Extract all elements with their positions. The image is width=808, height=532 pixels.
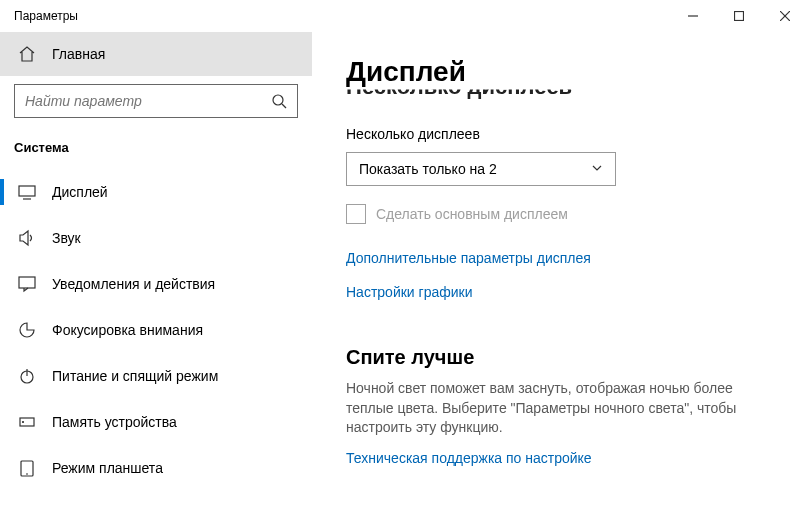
section-label: Система — [0, 118, 312, 169]
minimize-button[interactable] — [670, 0, 716, 32]
search-icon — [271, 93, 287, 113]
home-button[interactable]: Главная — [0, 32, 312, 76]
tablet-icon — [18, 459, 36, 477]
svg-point-12 — [23, 422, 24, 423]
primary-display-checkbox: Сделать основным дисплеем — [346, 204, 766, 224]
display-icon — [18, 183, 36, 201]
sound-icon — [18, 229, 36, 247]
dropdown-value: Показать только на 2 — [359, 161, 497, 177]
multi-displays-label: Несколько дисплеев — [346, 126, 766, 142]
page-title: Дисплей — [346, 56, 766, 88]
sidebar: Главная Система Дисплей Звук Уведомления… — [0, 32, 312, 532]
sidebar-item-label: Звук — [52, 230, 81, 246]
storage-icon — [18, 413, 36, 431]
svg-point-4 — [273, 95, 283, 105]
checkbox-icon — [346, 204, 366, 224]
sidebar-item-focus[interactable]: Фокусировка внимания — [0, 307, 312, 353]
display-mode-dropdown[interactable]: Показать только на 2 — [346, 152, 616, 186]
sidebar-item-label: Уведомления и действия — [52, 276, 215, 292]
sleep-heading: Спите лучше — [346, 346, 766, 369]
sidebar-item-power[interactable]: Питание и спящий режим — [0, 353, 312, 399]
sidebar-item-label: Питание и спящий режим — [52, 368, 218, 384]
sidebar-item-label: Дисплей — [52, 184, 108, 200]
sidebar-item-label: Фокусировка внимания — [52, 322, 203, 338]
sidebar-item-sound[interactable]: Звук — [0, 215, 312, 261]
sidebar-item-display[interactable]: Дисплей — [0, 169, 312, 215]
window-title: Параметры — [14, 9, 78, 23]
sidebar-item-notifications[interactable]: Уведомления и действия — [0, 261, 312, 307]
maximize-button[interactable] — [716, 0, 762, 32]
graphics-settings-link[interactable]: Настройки графики — [346, 284, 766, 300]
search-field[interactable] — [25, 93, 287, 109]
notifications-icon — [18, 275, 36, 293]
close-button[interactable] — [762, 0, 808, 32]
svg-rect-8 — [19, 277, 35, 288]
content-area: Дисплей Несколько дисплеев Несколько дис… — [312, 32, 808, 532]
home-label: Главная — [52, 46, 105, 62]
advanced-display-link[interactable]: Дополнительные параметры дисплея — [346, 250, 766, 266]
chevron-down-icon — [591, 161, 603, 177]
sidebar-item-label: Память устройства — [52, 414, 177, 430]
sleep-text: Ночной свет поможет вам заснуть, отображ… — [346, 379, 766, 438]
home-icon — [18, 45, 36, 63]
power-icon — [18, 367, 36, 385]
svg-rect-6 — [19, 186, 35, 196]
sidebar-item-storage[interactable]: Память устройства — [0, 399, 312, 445]
search-input[interactable] — [14, 84, 298, 118]
sidebar-item-tablet[interactable]: Режим планшета — [0, 445, 312, 491]
focus-icon — [18, 321, 36, 339]
support-link[interactable]: Техническая поддержка по настройке — [346, 450, 766, 466]
svg-rect-1 — [735, 12, 744, 21]
checkbox-label: Сделать основным дисплеем — [376, 206, 568, 222]
svg-line-5 — [282, 104, 286, 108]
sidebar-item-label: Режим планшета — [52, 460, 163, 476]
